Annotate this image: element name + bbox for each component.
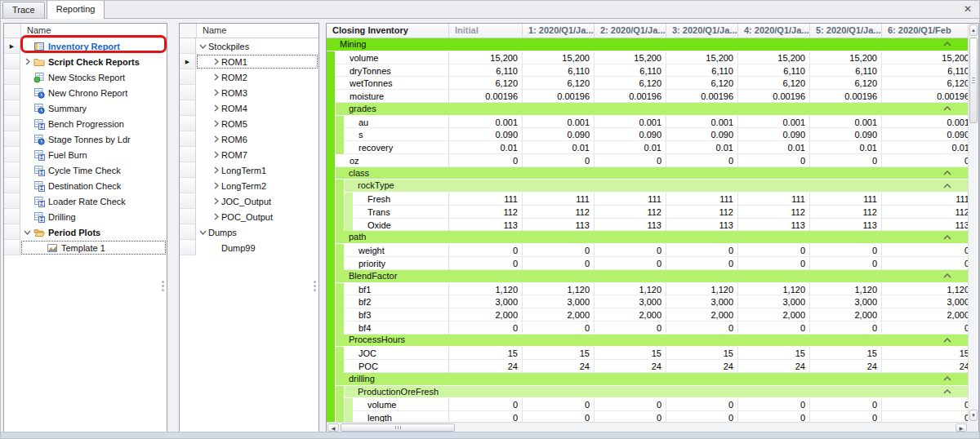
table-row-trans[interactable]: Trans112112112112112112112	[327, 206, 968, 219]
expand-chevron-right-icon[interactable]	[211, 197, 221, 205]
report-item-period-plots[interactable]: Period Plots	[4, 224, 167, 240]
value-cell[interactable]: 112	[595, 206, 666, 219]
value-cell[interactable]: 0.00196	[595, 90, 666, 103]
grid-column-header-initial[interactable]: Initial	[449, 24, 523, 38]
table-row-wettonnes[interactable]: wetTonnes6,1206,1206,1206,1206,1206,1206…	[327, 77, 968, 90]
value-cell[interactable]: 1,120	[523, 283, 595, 296]
value-cell[interactable]: 0	[523, 411, 595, 422]
value-cell[interactable]: 0	[449, 411, 523, 422]
value-cell[interactable]: 0	[595, 257, 666, 270]
tree-node[interactable]: Script Check Reports	[20, 54, 167, 69]
value-cell[interactable]: 113	[882, 219, 968, 232]
table-row-drilling[interactable]: drilling	[327, 373, 968, 386]
report-item-cycle-time-check[interactable]: ΣCycle Time Check	[4, 162, 167, 178]
table-row-length[interactable]: length0000000	[327, 411, 968, 422]
value-cell[interactable]: 0	[882, 257, 968, 270]
value-cell[interactable]: 6,110	[666, 64, 738, 78]
value-cell[interactable]: 0	[523, 321, 595, 335]
value-cell[interactable]: 24	[666, 360, 738, 373]
collapse-caret-icon[interactable]	[943, 235, 951, 240]
tree-node[interactable]: JOC_Output	[196, 193, 318, 209]
location-item-rom4[interactable]: ROM4	[180, 100, 318, 116]
value-cell[interactable]: 0	[738, 257, 810, 270]
report-item-bench-progression[interactable]: ΣBench Progression	[4, 116, 167, 131]
expand-chevron-right-icon[interactable]	[22, 58, 33, 65]
value-cell[interactable]: 24	[595, 360, 666, 373]
value-cell[interactable]: 6,110	[882, 64, 968, 78]
tree-node[interactable]: ΣDestination Check	[20, 178, 167, 193]
table-row-volume[interactable]: volume15,20015,20015,20015,20015,20015,2…	[327, 51, 968, 64]
value-cell[interactable]: 0	[882, 154, 968, 167]
close-icon[interactable]: ✕	[964, 3, 972, 15]
value-cell[interactable]: 0	[882, 321, 968, 335]
table-row-rocktype[interactable]: rockType	[327, 180, 968, 193]
value-cell[interactable]: 2,000	[882, 308, 968, 321]
value-cell[interactable]: 2,000	[523, 308, 595, 321]
tab-reporting[interactable]: Reporting	[47, 0, 105, 19]
value-cell[interactable]: 0	[595, 244, 666, 257]
value-cell[interactable]: 113	[666, 219, 738, 232]
value-cell[interactable]: 0	[738, 244, 810, 257]
location-item-rom2[interactable]: ROM2	[180, 69, 318, 85]
value-cell[interactable]: 24	[738, 360, 810, 373]
value-cell[interactable]: 0	[810, 321, 882, 335]
value-cell[interactable]: 6,120	[882, 77, 968, 90]
value-cell[interactable]: 1,120	[449, 283, 523, 296]
report-item-new-stocks-report[interactable]: New Stocks Report	[4, 69, 167, 85]
value-cell[interactable]: 6,120	[666, 77, 738, 90]
value-cell[interactable]: 0.001	[810, 116, 882, 129]
expand-chevron-right-icon[interactable]	[211, 151, 221, 158]
value-cell[interactable]: 3,000	[738, 295, 810, 308]
table-row-blendfactor[interactable]: BlendFactor	[327, 270, 968, 283]
value-cell[interactable]: 0	[449, 398, 523, 411]
location-item-stockpiles[interactable]: Stockpiles	[180, 38, 318, 54]
value-cell[interactable]: 15	[666, 347, 738, 360]
value-cell[interactable]: 0.001	[738, 116, 810, 129]
tree-node[interactable]: ΣDrilling	[20, 209, 167, 224]
value-cell[interactable]: 0	[449, 257, 523, 270]
value-cell[interactable]: 0	[882, 244, 968, 257]
value-cell[interactable]: 0	[810, 411, 882, 422]
location-item-rom3[interactable]: ROM3	[180, 85, 318, 100]
value-cell[interactable]: 0.01	[738, 141, 810, 154]
value-cell[interactable]: 112	[882, 206, 968, 219]
tree-node[interactable]: ROM6	[196, 131, 318, 147]
tree-node[interactable]: Inventory Report	[20, 38, 167, 54]
value-cell[interactable]: 0	[810, 257, 882, 270]
value-cell[interactable]: 0.001	[666, 116, 738, 129]
table-row-mining[interactable]: Mining	[327, 38, 968, 51]
tree-node[interactable]: Period Plots	[20, 224, 167, 240]
value-cell[interactable]: 0	[666, 257, 738, 270]
value-cell[interactable]: 0.00196	[738, 90, 810, 103]
tree-node[interactable]: ROM2	[196, 69, 318, 85]
value-cell[interactable]: 112	[666, 206, 738, 219]
group-header-bar[interactable]: ProductionOreFresh	[345, 386, 968, 399]
tree-node[interactable]: New Chrono Report	[20, 85, 167, 100]
value-cell[interactable]: 6,120	[595, 77, 666, 90]
value-cell[interactable]: 6,110	[810, 64, 882, 78]
scroll-grip[interactable]	[162, 281, 165, 291]
expand-chevron-right-icon[interactable]	[211, 135, 221, 143]
group-header-bar[interactable]: BlendFactor	[336, 270, 968, 283]
table-row-bf1[interactable]: bf11,1201,1201,1201,1201,1201,1201,120	[327, 283, 968, 296]
value-cell[interactable]: 0	[666, 321, 738, 335]
expand-chevron-right-icon[interactable]	[211, 73, 221, 81]
value-cell[interactable]: 0.00196	[449, 90, 523, 103]
tree-node[interactable]: ΣLoader Rate Check	[20, 193, 167, 209]
value-cell[interactable]: 15,200	[523, 51, 595, 64]
report-item-loader-rate-check[interactable]: ΣLoader Rate Check	[4, 193, 167, 209]
tree-node[interactable]: ΣBench Progression	[20, 116, 167, 131]
table-row-path[interactable]: path	[327, 231, 968, 244]
value-cell[interactable]: 15,200	[882, 51, 968, 64]
tree-node[interactable]: Dumps	[196, 224, 318, 240]
value-cell[interactable]: 113	[449, 219, 523, 232]
value-cell[interactable]: 0	[810, 398, 882, 411]
grid-column-header-4-2020-q1-ja[interactable]: 4: 2020/Q1/Ja...	[738, 24, 810, 38]
value-cell[interactable]: 15,200	[595, 51, 666, 64]
tree-node[interactable]: LongTerm2	[196, 178, 318, 193]
collapse-chevron-down-icon[interactable]	[198, 43, 208, 50]
tree-node[interactable]: LongTerm1	[196, 162, 318, 178]
table-row-bf4[interactable]: bf40000000	[327, 321, 968, 335]
value-cell[interactable]: 24	[449, 360, 523, 373]
value-cell[interactable]: 2,000	[595, 308, 666, 321]
